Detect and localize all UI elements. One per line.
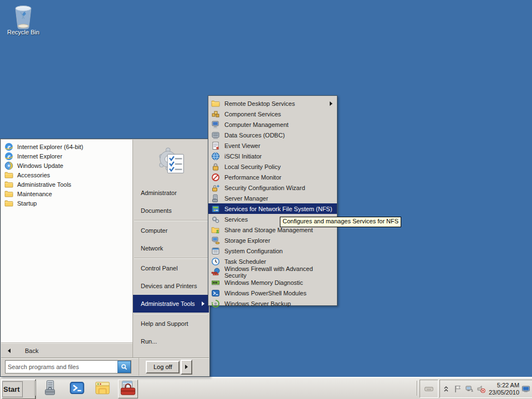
start-menu-item-computer[interactable]: Computer xyxy=(133,222,209,239)
start-menu-item-documents[interactable]: Documents xyxy=(133,202,209,219)
folder-icon xyxy=(4,199,13,208)
folder-icon xyxy=(4,180,13,189)
windows-powershell-icon xyxy=(69,380,85,397)
storage-explorer-icon xyxy=(211,236,220,245)
taskbar-button-server-manager[interactable] xyxy=(42,380,60,397)
start-menu-item-network[interactable]: Network xyxy=(133,239,209,257)
search-icon[interactable] xyxy=(117,361,131,373)
submenu-item-system-configuration[interactable]: System Configuration xyxy=(208,245,337,256)
submenu-item-label: Services xyxy=(224,216,248,223)
windows-update-icon xyxy=(4,161,13,170)
start-menu-item-devices-and-printers[interactable]: Devices and Printers xyxy=(133,277,209,295)
submenu-item-label: Windows Firewall with Advanced Security xyxy=(224,265,334,279)
security-wizard-icon xyxy=(211,183,220,192)
submenu-item-server-manager[interactable]: Server Manager xyxy=(208,193,337,203)
submenu-item-event-viewer[interactable]: Event Viewer xyxy=(208,140,337,151)
server-manager-icon xyxy=(43,380,59,397)
clock-time: 5:22 AM xyxy=(497,382,519,388)
keyboard-icon[interactable] xyxy=(424,384,434,394)
language-tray-section xyxy=(420,380,438,398)
submenu-item-windows-memory-diagnostic[interactable]: Windows Memory Diagnostic xyxy=(208,277,337,288)
volume-muted-icon[interactable] xyxy=(476,384,486,394)
program-item-label: Accessories xyxy=(17,172,50,178)
program-item-administrative-tools[interactable]: Administrative Tools xyxy=(1,180,132,189)
action-center-flag-icon[interactable] xyxy=(453,384,463,394)
submenu-item-label: Computer Management xyxy=(224,121,289,128)
start-menu-item-label: Administrator xyxy=(141,190,177,196)
submenu-item-component-services[interactable]: Component Services xyxy=(208,109,337,119)
program-item-label: Maintenance xyxy=(17,191,52,197)
submenu-item-label: System Configuration xyxy=(224,248,283,254)
logoff-button[interactable]: Log off xyxy=(146,361,180,374)
search-input[interactable] xyxy=(6,362,117,372)
start-menu-item-label: Administrative Tools xyxy=(141,300,195,307)
taskbar-button-windows-explorer[interactable] xyxy=(93,380,112,397)
program-item-label: Internet Explorer (64-bit) xyxy=(17,144,83,150)
program-item-startup[interactable]: Startup xyxy=(1,198,132,208)
logoff-options-button[interactable] xyxy=(181,360,192,375)
submenu-item-windows-server-backup[interactable]: Windows Server Backup xyxy=(208,298,337,309)
program-item-maintenance[interactable]: Maintenance xyxy=(1,189,132,198)
program-item-internet-explorer-64-bit[interactable]: eInternet Explorer (64-bit) xyxy=(1,142,132,151)
start-menu-item-administrative-tools[interactable]: Administrative Tools xyxy=(133,295,209,313)
start-button-label: Start xyxy=(3,382,22,396)
menu-separator xyxy=(134,220,208,221)
share-storage-icon xyxy=(211,226,220,234)
taskbar: Start 5:22 AM 23/05/2010 xyxy=(0,377,532,399)
submenu-item-label: Share and Storage Management xyxy=(224,227,313,233)
back-item[interactable]: Back xyxy=(1,342,132,358)
submenu-item-label: Services for Network File System (NFS) xyxy=(224,206,332,212)
start-button[interactable]: Start xyxy=(1,379,36,399)
show-hidden-icons-chevron-icon[interactable] xyxy=(441,384,451,394)
submenu-item-storage-explorer[interactable]: Storage Explorer xyxy=(208,235,337,245)
clock-date: 23/05/2010 xyxy=(489,389,519,396)
folder-icon xyxy=(4,190,13,198)
submenu-item-security-configuration-wizard[interactable]: Security Configuration Wizard xyxy=(208,182,337,193)
computer-management-icon xyxy=(211,120,220,129)
submenu-item-label: Performance Monitor xyxy=(224,174,282,181)
submenu-arrow-icon xyxy=(202,301,204,306)
start-menu-item-run[interactable]: Run... xyxy=(133,332,209,350)
start-menu-item-label: Control Panel xyxy=(141,265,178,272)
submenu-item-iscsi-initiator[interactable]: iSCSI Initiator xyxy=(208,151,337,161)
taskbar-button-windows-powershell[interactable] xyxy=(68,380,86,397)
program-item-internet-explorer[interactable]: eInternet Explorer xyxy=(1,151,132,161)
start-menu-item-control-panel[interactable]: Control Panel xyxy=(133,259,209,277)
submenu-item-performance-monitor[interactable]: Performance Monitor xyxy=(208,172,337,182)
back-arrow-icon xyxy=(8,349,11,353)
submenu-item-label: Data Sources (ODBC) xyxy=(224,132,285,139)
submenu-item-label: Windows Server Backup xyxy=(224,300,291,307)
internet-explorer-icon: e xyxy=(4,142,13,151)
submenu-item-services-for-network-file-system-nfs[interactable]: Services for Network File System (NFS) xyxy=(208,203,337,214)
taskbar-separator xyxy=(417,381,417,396)
submenu-item-label: Local Security Policy xyxy=(224,163,281,170)
submenu-item-computer-management[interactable]: Computer Management xyxy=(208,119,337,130)
submenu-item-local-security-policy[interactable]: Local Security Policy xyxy=(208,161,337,172)
submenu-item-windows-powershell-modules[interactable]: Windows PowerShell Modules xyxy=(208,288,337,298)
recycle-bin[interactable]: Recycle Bin xyxy=(3,3,43,35)
submenu-item-windows-firewall-with-advanced-security[interactable]: Windows Firewall with Advanced Security xyxy=(208,267,337,277)
server-manager-icon xyxy=(211,194,220,203)
submenu-item-remote-desktop-services[interactable]: Remote Desktop Services xyxy=(208,98,337,109)
clock[interactable]: 5:22 AM 23/05/2010 xyxy=(489,382,519,396)
submenu-item-label: Remote Desktop Services xyxy=(224,100,295,107)
data-sources-icon xyxy=(211,131,220,140)
start-menu-item-help-and-support[interactable]: Help and Support xyxy=(133,315,209,332)
start-menu-item-administrator[interactable]: Administrator xyxy=(133,184,209,202)
back-label: Back xyxy=(25,347,38,354)
submenu-item-data-sources-odbc[interactable]: Data Sources (ODBC) xyxy=(208,130,337,140)
powershell-icon xyxy=(211,289,220,298)
program-item-windows-update[interactable]: Windows Update xyxy=(1,161,132,170)
start-menu-programs-panel: eInternet Explorer (64-bit)eInternet Exp… xyxy=(1,140,133,358)
programs-spacer xyxy=(1,208,132,342)
taskbar-button-administrative-tools[interactable] xyxy=(118,380,138,398)
network-icon[interactable] xyxy=(464,384,474,394)
submenu-item-label: Storage Explorer xyxy=(224,237,270,244)
submenu-item-label: Event Viewer xyxy=(224,142,260,149)
program-item-accessories[interactable]: Accessories xyxy=(1,170,132,180)
display-icon[interactable] xyxy=(521,384,531,394)
start-menu-places-panel: AdministratorDocumentsComputerNetworkCon… xyxy=(133,140,209,358)
iscsi-globe-icon xyxy=(211,152,220,161)
program-item-label: Startup xyxy=(17,200,37,207)
program-item-label: Administrative Tools xyxy=(17,181,71,188)
